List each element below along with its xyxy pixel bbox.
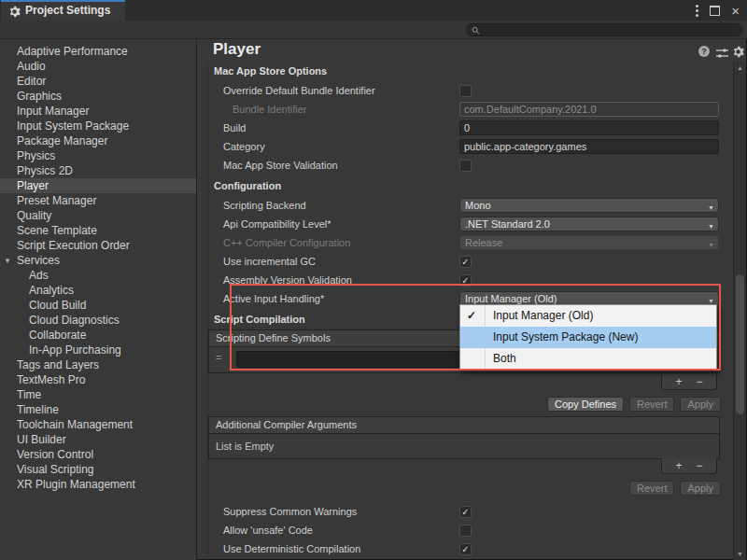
help-icon[interactable]: ? bbox=[698, 46, 710, 57]
row-label: Bundle Identifier bbox=[208, 104, 459, 115]
close-icon[interactable]: × bbox=[731, 4, 740, 18]
sidebar-item-tags-and-layers[interactable]: Tags and Layers bbox=[0, 357, 196, 372]
checkbox-mac-app-store-validation[interactable] bbox=[459, 160, 472, 172]
revert-button: Revert bbox=[629, 397, 674, 412]
sidebar-item-label: Input System Package bbox=[17, 119, 129, 133]
gear-icon[interactable] bbox=[732, 45, 744, 57]
sidebar-item-preset-manager[interactable]: Preset Manager bbox=[0, 193, 196, 208]
sidebar-item-ads[interactable]: Ads bbox=[0, 268, 196, 283]
sidebar-item-label: Quality bbox=[17, 209, 51, 222]
text-field-category[interactable] bbox=[459, 139, 719, 154]
sidebar-item-toolchain-management[interactable]: Toolchain Management bbox=[0, 417, 196, 432]
sidebar-item-label: Analytics bbox=[29, 284, 74, 297]
sidebar: Adaptive PerformanceAudioEditorGraphicsI… bbox=[0, 39, 196, 560]
dropdown-arrow-icon: ▼ bbox=[708, 239, 714, 250]
sidebar-item-quality[interactable]: Quality bbox=[0, 208, 196, 223]
checkbox-override-default-bundle-identifier[interactable] bbox=[459, 85, 472, 97]
dropdown-value: Release bbox=[465, 237, 502, 248]
search-input[interactable] bbox=[483, 25, 738, 35]
sidebar-item-time[interactable]: Time bbox=[0, 387, 196, 402]
add-button[interactable]: + bbox=[675, 376, 682, 387]
compiler-args-footer-row: + − bbox=[208, 459, 733, 476]
sidebar-item-label: Timeline bbox=[17, 403, 59, 416]
sidebar-item-services[interactable]: ▼Services bbox=[0, 253, 196, 268]
sidebar-item-package-manager[interactable]: Package Manager bbox=[0, 133, 196, 148]
check-icon: ✓ bbox=[467, 305, 476, 327]
sidebar-item-label: Preset Manager bbox=[17, 194, 96, 207]
sidebar-item-label: Physics 2D bbox=[17, 164, 73, 177]
scroll-down-icon[interactable]: ▼ bbox=[734, 551, 746, 557]
scrollbar-thumb[interactable] bbox=[736, 274, 744, 414]
sidebar-item-in-app-purchasing[interactable]: In-App Purchasing bbox=[0, 343, 196, 357]
row-label: Category bbox=[208, 141, 459, 152]
sidebar-item-textmesh-pro[interactable]: TextMesh Pro bbox=[0, 372, 196, 387]
dropdown-api-compatibility-level[interactable]: .NET Standard 2.0▼ bbox=[459, 217, 719, 231]
sidebar-item-physics-2d[interactable]: Physics 2D bbox=[0, 163, 196, 178]
row-label: Use Deterministic Compilation bbox=[208, 543, 459, 554]
vertical-scrollbar[interactable]: ▲ ▼ bbox=[733, 62, 746, 560]
add-button[interactable]: + bbox=[675, 460, 682, 471]
tab-active-accent bbox=[1, 0, 125, 2]
menu-item-input-system-package-new[interactable]: Input System Package (New) bbox=[460, 327, 716, 348]
menu-item-input-manager-old[interactable]: ✓Input Manager (Old) bbox=[460, 305, 716, 327]
settings-row-assembly-version-validation: Assembly Version Validation✓ bbox=[208, 271, 733, 289]
text-field-build[interactable] bbox=[459, 120, 719, 135]
sidebar-item-visual-scripting[interactable]: Visual Scripting bbox=[0, 462, 196, 477]
kebab-menu-icon[interactable] bbox=[696, 9, 698, 12]
search-box[interactable] bbox=[466, 23, 742, 36]
scroll-up-icon[interactable]: ▲ bbox=[734, 64, 746, 71]
remove-button[interactable]: − bbox=[697, 460, 703, 471]
tab-project-settings[interactable]: Project Settings bbox=[1, 0, 125, 21]
settings-row-scripting-backend: Scripting BackendMono▼ bbox=[208, 196, 733, 215]
project-settings-window: Project Settings × Adaptive PerformanceA… bbox=[0, 0, 747, 560]
sidebar-item-collaborate[interactable]: Collaborate bbox=[0, 328, 196, 343]
maximize-icon[interactable] bbox=[710, 6, 720, 16]
sidebar-item-physics[interactable]: Physics bbox=[0, 148, 196, 163]
sidebar-item-scene-template[interactable]: Scene Template bbox=[0, 223, 196, 238]
menu-item-both[interactable]: Both bbox=[460, 348, 716, 370]
sidebar-item-player[interactable]: Player bbox=[0, 178, 196, 193]
sidebar-item-audio[interactable]: Audio bbox=[0, 59, 196, 74]
sidebar-item-graphics[interactable]: Graphics bbox=[0, 89, 196, 104]
checkbox-allow-unsafe-code[interactable] bbox=[459, 525, 472, 537]
sidebar-item-cloud-diagnostics[interactable]: Cloud Diagnostics bbox=[0, 313, 196, 328]
sidebar-item-analytics[interactable]: Analytics bbox=[0, 283, 196, 298]
checkbox-suppress-common-warnings[interactable]: ✓ bbox=[459, 506, 472, 518]
copy-defines-button[interactable]: Copy Defines bbox=[547, 397, 624, 412]
sidebar-item-label: Version Control bbox=[17, 448, 93, 461]
section-configuration: Configuration bbox=[208, 178, 733, 193]
settings-row-c-compiler-configuration: C++ Compiler ConfigurationRelease▼ bbox=[208, 233, 733, 252]
checkbox-use-deterministic-compilation[interactable]: ✓ bbox=[459, 543, 472, 555]
caret-down-icon[interactable]: ▼ bbox=[4, 254, 11, 269]
sidebar-item-editor[interactable]: Editor bbox=[0, 74, 196, 89]
sidebar-item-label: Editor bbox=[17, 75, 46, 88]
settings-row-use-deterministic-compilation: Use Deterministic Compilation✓ bbox=[208, 539, 733, 558]
row-label: Override Default Bundle Identifier bbox=[208, 85, 459, 96]
presets-icon[interactable] bbox=[716, 46, 728, 57]
additional-compiler-arguments-box: Additional Compiler Arguments List is Em… bbox=[208, 416, 720, 459]
sidebar-item-label: Tags and Layers bbox=[17, 358, 99, 371]
sidebar-item-script-execution-order[interactable]: Script Execution Order bbox=[0, 238, 196, 253]
sidebar-item-ui-builder[interactable]: UI Builder bbox=[0, 432, 196, 447]
dropdown-scripting-backend[interactable]: Mono▼ bbox=[459, 198, 719, 213]
sidebar-item-input-system-package[interactable]: Input System Package bbox=[0, 119, 196, 133]
sidebar-item-version-control[interactable]: Version Control bbox=[0, 447, 196, 462]
row-label: Use incremental GC bbox=[208, 256, 459, 267]
main-panel: Player ? Mac App Store OptionsOverride D… bbox=[198, 39, 747, 560]
checkbox-assembly-version-validation[interactable]: ✓ bbox=[459, 274, 472, 287]
remove-button[interactable]: − bbox=[697, 376, 703, 387]
active-input-handling-menu: ✓Input Manager (Old)Input System Package… bbox=[459, 304, 717, 371]
titlebar: Project Settings × bbox=[0, 0, 747, 21]
sidebar-item-adaptive-performance[interactable]: Adaptive Performance bbox=[0, 44, 196, 59]
checkbox-use-incremental-gc[interactable]: ✓ bbox=[459, 256, 472, 268]
sidebar-item-xr-plugin-management[interactable]: XR Plugin Management bbox=[0, 477, 196, 492]
settings-row-override-default-bundle-identifier: Override Default Bundle Identifier bbox=[208, 81, 733, 100]
drag-handle-icon[interactable]: = bbox=[216, 353, 221, 363]
sidebar-item-timeline[interactable]: Timeline bbox=[0, 402, 196, 417]
list-empty-label: List is Empty bbox=[209, 434, 719, 458]
sidebar-item-input-manager[interactable]: Input Manager bbox=[0, 104, 196, 119]
sidebar-item-cloud-build[interactable]: Cloud Build bbox=[0, 298, 196, 313]
tab-title: Project Settings bbox=[25, 4, 110, 17]
menu-item-label: Both bbox=[493, 352, 516, 365]
dropdown-value: Mono bbox=[465, 200, 491, 211]
